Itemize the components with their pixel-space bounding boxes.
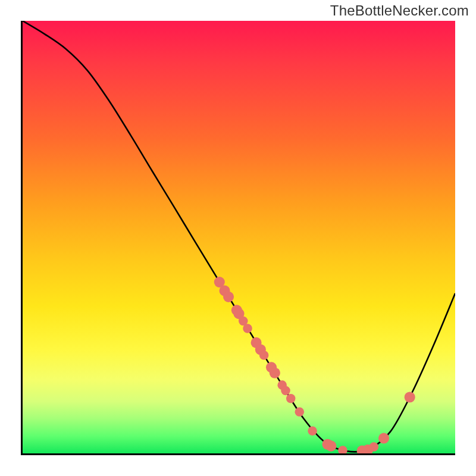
bottleneck-curve-line bbox=[23, 21, 455, 452]
curve-marker bbox=[223, 292, 234, 302]
chart-container: TheBottleNecker.com bbox=[0, 0, 476, 476]
curve-marker bbox=[405, 392, 415, 402]
curve-marker bbox=[243, 324, 252, 333]
watermark-text: TheBottleNecker.com bbox=[330, 2, 469, 19]
curve-marker bbox=[270, 368, 280, 378]
curve-marker bbox=[325, 441, 336, 452]
curve-marker bbox=[369, 442, 379, 452]
curve-marker bbox=[378, 433, 389, 443]
curve-marker bbox=[281, 386, 290, 396]
curve-marker bbox=[286, 394, 296, 403]
curve-markers bbox=[214, 277, 415, 455]
curve-marker bbox=[295, 407, 305, 416]
curve-marker bbox=[259, 350, 269, 360]
curve-marker bbox=[308, 426, 317, 436]
plot-area bbox=[21, 21, 455, 455]
chart-svg bbox=[23, 21, 455, 453]
curve-marker bbox=[338, 446, 347, 455]
